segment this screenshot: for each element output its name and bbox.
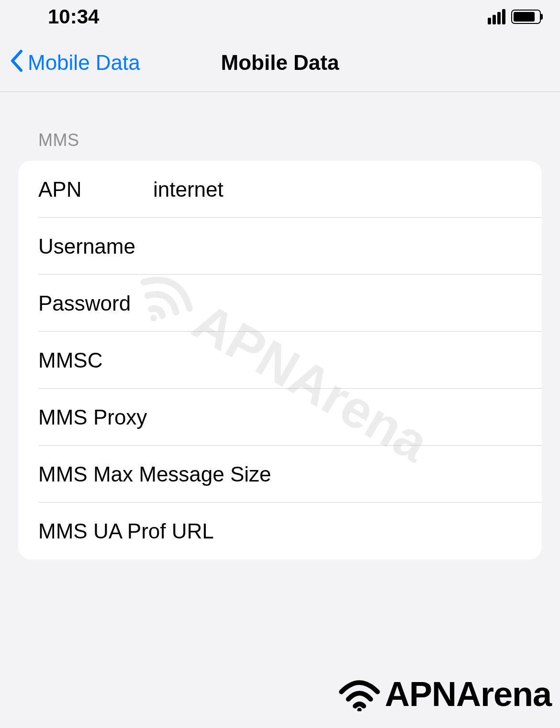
row-label-mmsc: MMSC [38,348,153,372]
nav-bar: Mobile Data Mobile Data [0,34,560,92]
row-label-mms-proxy: MMS Proxy [38,405,153,429]
apn-input[interactable] [153,178,542,202]
bottom-brand: APNArena [338,674,551,714]
back-button[interactable]: Mobile Data [10,49,140,76]
settings-row-mms-max-size[interactable]: MMS Max Message Size [18,446,542,503]
chevron-back-icon [10,49,24,76]
status-bar: 10:34 [0,0,560,34]
row-label-mms-ua-prof: MMS UA Prof URL [38,519,279,543]
settings-row-mms-ua-prof[interactable]: MMS UA Prof URL [18,503,542,560]
content: MMS APN Username Password MMSC MMS Proxy [0,92,560,560]
brand-text: APNArena [385,674,551,714]
settings-row-mmsc[interactable]: MMSC [18,332,542,389]
back-label: Mobile Data [28,51,140,75]
status-time: 10:34 [48,5,99,28]
nav-title: Mobile Data [221,51,339,75]
settings-row-password[interactable]: Password [18,275,542,332]
mms-ua-prof-input[interactable] [279,519,542,543]
settings-group: APN Username Password MMSC MMS Proxy MMS… [18,161,542,560]
battery-icon [511,10,541,24]
wifi-icon [338,677,381,711]
settings-row-username[interactable]: Username [18,218,542,275]
signal-icon [488,9,505,24]
mms-max-size-input[interactable] [279,462,542,486]
settings-row-mms-proxy[interactable]: MMS Proxy [18,389,542,446]
settings-row-apn[interactable]: APN [18,161,542,218]
row-label-mms-max-size: MMS Max Message Size [38,462,279,486]
status-icons [488,9,541,24]
password-input[interactable] [153,291,542,315]
mms-proxy-input[interactable] [153,405,542,429]
svg-point-1 [357,708,361,711]
row-label-username: Username [38,235,153,258]
row-label-apn: APN [38,178,153,202]
row-label-password: Password [38,291,153,315]
section-header: MMS [18,130,542,150]
mmsc-input[interactable] [153,348,542,372]
username-input[interactable] [153,235,542,258]
